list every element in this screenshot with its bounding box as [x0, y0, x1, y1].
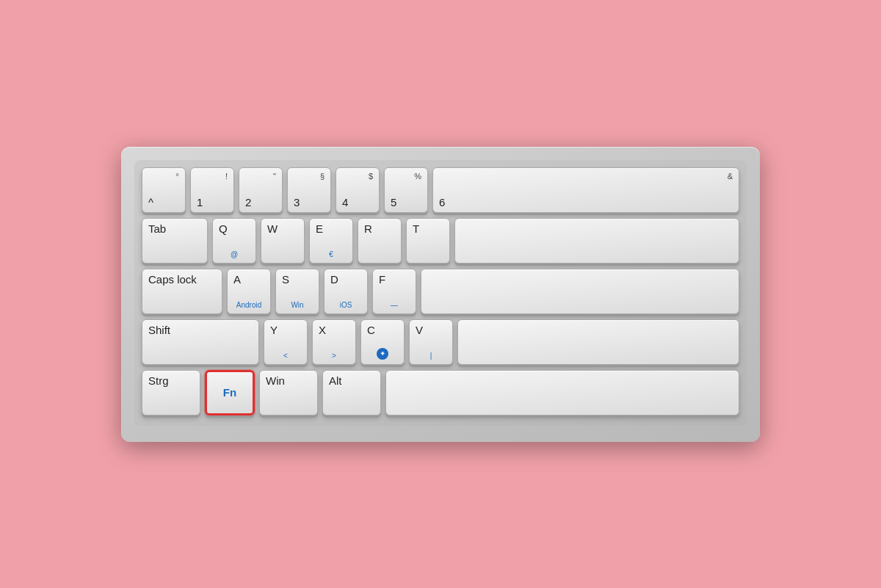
key-5[interactable]: % 5	[384, 167, 428, 213]
key-d-sub: iOS	[340, 302, 352, 309]
key-4-main: 4	[342, 197, 348, 208]
key-x-sub: >	[332, 352, 336, 360]
key-e-sub: €	[329, 251, 333, 258]
key-tab-main: Tab	[148, 223, 166, 234]
key-2[interactable]: " 2	[239, 167, 283, 213]
keyboard-inner: ° ^ ! 1 " 2 § 3 $ 4 % 5	[134, 160, 747, 426]
key-s[interactable]: S Win	[275, 269, 319, 314]
key-f-main: F	[379, 274, 385, 285]
key-d-main: D	[330, 274, 338, 285]
key-1-main: 1	[197, 197, 203, 208]
key-a-sub: Android	[236, 302, 261, 309]
key-strg-main: Strg	[148, 375, 169, 386]
key-caret-top: °	[176, 173, 179, 181]
key-c[interactable]: C	[360, 319, 405, 365]
key-q-sub: @	[231, 251, 238, 258]
key-e[interactable]: E €	[309, 218, 353, 264]
key-win[interactable]: Win	[259, 370, 318, 415]
key-q[interactable]: Q @	[212, 218, 256, 264]
key-a[interactable]: A Android	[227, 269, 271, 314]
key-tab[interactable]: Tab	[142, 218, 208, 264]
key-caret[interactable]: ° ^	[142, 167, 186, 213]
bluetooth-icon	[377, 348, 388, 360]
key-f[interactable]: F —	[372, 269, 416, 314]
key-5-main: 5	[391, 197, 396, 208]
key-v-main: V	[416, 324, 423, 335]
qwerty-row: Tab Q @ W E € R T	[142, 218, 739, 264]
key-partial-g[interactable]	[421, 269, 739, 314]
key-capslock[interactable]: Caps lock	[142, 269, 222, 314]
key-d[interactable]: D iOS	[324, 269, 368, 314]
key-partial-6[interactable]: & 6	[432, 167, 739, 213]
key-x-main: X	[319, 324, 326, 335]
key-t[interactable]: T	[406, 218, 450, 264]
key-4[interactable]: $ 4	[336, 167, 380, 213]
key-capslock-main: Caps lock	[148, 274, 197, 285]
key-2-top: "	[273, 173, 276, 181]
keyboard: ° ^ ! 1 " 2 § 3 $ 4 % 5	[121, 147, 760, 442]
number-row: ° ^ ! 1 " 2 § 3 $ 4 % 5	[142, 167, 739, 213]
key-v[interactable]: V |	[409, 319, 453, 365]
key-partial-y[interactable]	[454, 218, 739, 264]
key-f-sub: —	[391, 302, 398, 309]
key-shift[interactable]: Shift	[142, 319, 259, 365]
key-y[interactable]: Y <	[264, 319, 308, 365]
key-win-main: Win	[266, 375, 285, 386]
key-caret-main: ^	[148, 197, 153, 208]
key-r[interactable]: R	[358, 218, 402, 264]
key-w-main: W	[267, 223, 278, 234]
key-fn[interactable]: Fn	[205, 370, 255, 415]
key-x[interactable]: X >	[312, 319, 356, 365]
key-strg[interactable]: Strg	[142, 370, 200, 415]
key-partial-b[interactable]	[457, 319, 739, 365]
key-y-main: Y	[270, 324, 278, 335]
key-1-top: !	[225, 173, 228, 181]
key-e-main: E	[316, 223, 323, 234]
key-c-main: C	[367, 324, 375, 335]
key-3-top: §	[320, 173, 325, 181]
key-s-main: S	[282, 274, 289, 285]
key-alt-main: Alt	[329, 375, 342, 386]
key-space[interactable]	[385, 370, 739, 415]
key-r-main: R	[364, 223, 372, 234]
key-partial-6-top: &	[728, 173, 733, 181]
key-w[interactable]: W	[261, 218, 305, 264]
key-shift-main: Shift	[148, 324, 170, 335]
key-y-sub: <	[283, 352, 288, 360]
key-5-top: %	[414, 173, 421, 181]
key-3[interactable]: § 3	[287, 167, 331, 213]
key-alt[interactable]: Alt	[322, 370, 381, 415]
shift-row: Shift Y < X > C V |	[142, 319, 739, 365]
key-q-main: Q	[219, 223, 228, 234]
asdf-row: Caps lock A Android S Win D iOS F —	[142, 269, 739, 314]
key-t-main: T	[413, 223, 419, 234]
key-s-sub: Win	[291, 302, 303, 309]
key-1[interactable]: ! 1	[190, 167, 234, 213]
bottom-row: Strg Fn Win Alt	[142, 370, 739, 415]
key-2-main: 2	[245, 197, 251, 208]
key-3-main: 3	[294, 197, 300, 208]
key-a-main: A	[233, 274, 241, 285]
key-v-sub: |	[430, 352, 432, 360]
key-fn-main: Fn	[223, 387, 236, 398]
key-4-top: $	[369, 173, 373, 181]
key-partial-6-main: 6	[439, 197, 445, 208]
